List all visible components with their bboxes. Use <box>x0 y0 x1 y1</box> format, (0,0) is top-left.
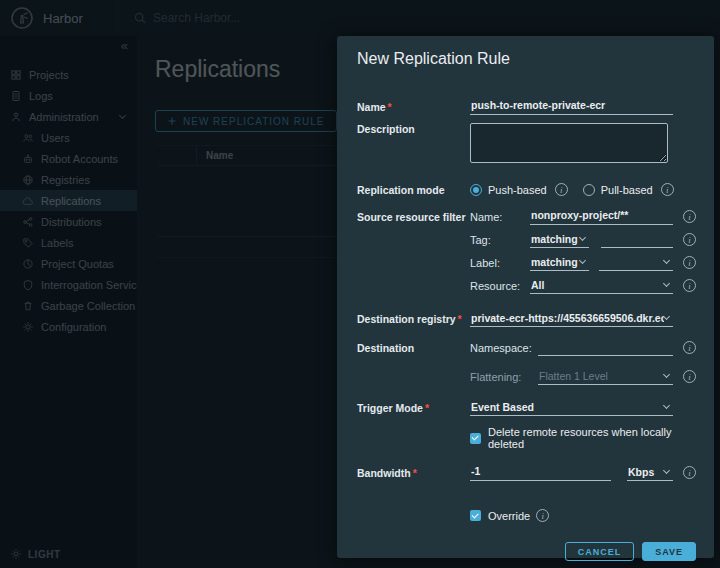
push-based-info-icon[interactable] <box>555 183 568 196</box>
required-asterisk: * <box>458 313 462 325</box>
source-resource-filter-label: Source resource filter <box>357 211 470 223</box>
description-textarea[interactable] <box>470 123 668 163</box>
bandwidth-label: Bandwidth* <box>357 467 470 479</box>
new-replication-rule-modal: New Replication Rule Name* Description R… <box>337 36 714 558</box>
chevron-down-icon <box>663 402 670 409</box>
trigger-mode-label: Trigger Mode* <box>357 402 470 414</box>
save-button[interactable]: SAVE <box>642 542 696 561</box>
destination-registry-label: Destination registry* <box>357 313 470 325</box>
filter-resource-label: Resource: <box>470 280 530 292</box>
modal-title: New Replication Rule <box>357 50 698 68</box>
delete-remote-checkbox[interactable] <box>470 433 481 444</box>
pull-based-label: Pull-based <box>601 184 653 196</box>
chevron-down-icon <box>579 234 586 241</box>
destination-registry-select[interactable]: private-ecr-https://455636659506.dkr.ecr… <box>470 310 673 327</box>
filter-name-label: Name: <box>470 211 530 223</box>
namespace-label: Namespace: <box>470 342 538 354</box>
filter-label-label: Label: <box>470 257 530 269</box>
destination-label: Destination <box>357 342 470 354</box>
filter-name-info-icon[interactable] <box>683 210 696 223</box>
chevron-down-icon <box>663 257 670 264</box>
override-info-icon[interactable] <box>536 509 549 522</box>
tag-match-select[interactable]: matching <box>530 231 589 248</box>
chevron-down-icon <box>663 313 670 320</box>
name-label: Name* <box>357 101 470 113</box>
trigger-mode-select[interactable]: Event Based <box>470 399 673 416</box>
pull-based-radio[interactable] <box>583 184 595 196</box>
chevron-down-icon <box>663 371 670 378</box>
bandwidth-input[interactable] <box>470 464 611 481</box>
flattening-info-icon[interactable] <box>683 370 696 383</box>
tag-value-input[interactable] <box>601 231 673 248</box>
push-based-label: Push-based <box>488 184 547 196</box>
override-label: Override <box>488 510 530 522</box>
name-input[interactable] <box>470 98 673 115</box>
namespace-info-icon[interactable] <box>683 341 696 354</box>
flattening-select[interactable]: Flatten 1 Level <box>538 368 673 385</box>
delete-remote-label: Delete remote resources when locally del… <box>488 426 698 450</box>
flattening-label: Flattening: <box>470 371 538 383</box>
description-label: Description <box>357 123 470 135</box>
required-asterisk: * <box>388 101 392 113</box>
filter-tag-info-icon[interactable] <box>683 233 696 246</box>
filter-resource-info-icon[interactable] <box>683 279 696 292</box>
required-asterisk: * <box>425 402 429 414</box>
replication-mode-label: Replication mode <box>357 184 470 196</box>
chevron-down-icon <box>663 467 670 474</box>
bandwidth-info-icon[interactable] <box>683 466 696 479</box>
namespace-input[interactable] <box>538 339 673 356</box>
label-match-select[interactable]: matching <box>530 254 589 271</box>
pull-based-info-icon[interactable] <box>661 183 674 196</box>
push-based-radio[interactable] <box>470 184 482 196</box>
required-asterisk: * <box>413 467 417 479</box>
label-value-select[interactable] <box>599 254 673 271</box>
filter-name-input[interactable] <box>530 208 673 225</box>
cancel-button[interactable]: CANCEL <box>565 542 635 561</box>
filter-tag-label: Tag: <box>470 234 530 246</box>
bandwidth-unit-select[interactable]: Kbps <box>627 464 673 481</box>
chevron-down-icon <box>579 257 586 264</box>
override-checkbox[interactable] <box>470 510 481 521</box>
resource-select[interactable]: All <box>530 277 673 294</box>
chevron-down-icon <box>663 280 670 287</box>
filter-label-info-icon[interactable] <box>683 256 696 269</box>
